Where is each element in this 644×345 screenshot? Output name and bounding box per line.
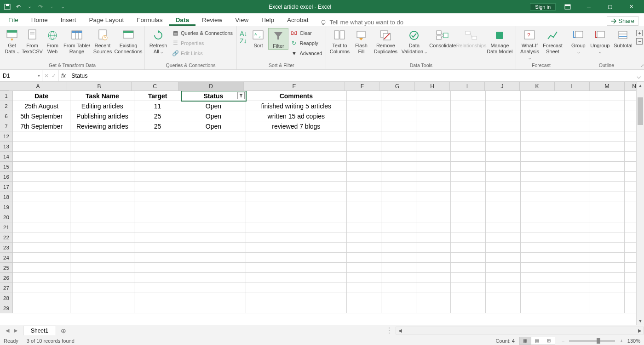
- cell[interactable]: [13, 141, 70, 152]
- cell[interactable]: [381, 162, 416, 172]
- cell[interactable]: [555, 243, 590, 253]
- cell[interactable]: [521, 192, 556, 202]
- cell[interactable]: [521, 222, 556, 232]
- cell[interactable]: [381, 273, 416, 283]
- cell[interactable]: [555, 101, 590, 111]
- normal-view-button[interactable]: ▦: [519, 337, 531, 345]
- existing-connections-button[interactable]: Existing Connections: [114, 28, 143, 55]
- cell[interactable]: [381, 202, 416, 212]
- recent-sources-button[interactable]: Recent Sources: [91, 28, 114, 55]
- cell[interactable]: [134, 202, 181, 212]
- cell[interactable]: [134, 263, 181, 273]
- cell[interactable]: [70, 273, 134, 283]
- cell[interactable]: [181, 202, 246, 212]
- cell[interactable]: [486, 232, 521, 243]
- cell[interactable]: [246, 212, 347, 222]
- cell[interactable]: [13, 152, 70, 162]
- row-header[interactable]: 25: [0, 263, 13, 273]
- cell[interactable]: [555, 182, 590, 192]
- cell[interactable]: written 15 ad copies: [246, 111, 347, 121]
- cell[interactable]: [416, 243, 451, 253]
- cell[interactable]: [521, 121, 556, 131]
- row-header[interactable]: 24: [0, 253, 13, 263]
- cell[interactable]: [181, 212, 246, 222]
- tab-help[interactable]: Help: [255, 14, 281, 26]
- cell[interactable]: [246, 192, 347, 202]
- filter-button[interactable]: Filter: [268, 28, 288, 50]
- cell[interactable]: [416, 162, 451, 172]
- cell[interactable]: [590, 232, 625, 243]
- cell[interactable]: [347, 293, 382, 303]
- row-header[interactable]: 17: [0, 182, 13, 192]
- save-icon[interactable]: [4, 3, 11, 11]
- cell[interactable]: [70, 182, 134, 192]
- cell[interactable]: [590, 172, 625, 182]
- cell[interactable]: [181, 172, 246, 182]
- cell[interactable]: [70, 202, 134, 212]
- cell[interactable]: [555, 192, 590, 202]
- cell[interactable]: Comments: [246, 91, 347, 101]
- cell[interactable]: [13, 273, 70, 283]
- cell[interactable]: [13, 202, 70, 212]
- cell[interactable]: [416, 111, 451, 121]
- cell[interactable]: [246, 152, 347, 162]
- cell[interactable]: [381, 101, 416, 111]
- cell[interactable]: [590, 273, 625, 283]
- from-web-button[interactable]: From Web: [42, 28, 63, 55]
- cell[interactable]: [381, 222, 416, 232]
- cell[interactable]: [347, 273, 382, 283]
- cell[interactable]: [486, 202, 521, 212]
- cell[interactable]: [451, 182, 486, 192]
- cell[interactable]: [347, 182, 382, 192]
- cell[interactable]: [486, 91, 521, 101]
- cell[interactable]: [486, 263, 521, 273]
- cell[interactable]: [181, 182, 246, 192]
- relationships-button[interactable]: Relationships: [457, 28, 485, 49]
- cell[interactable]: [246, 243, 347, 253]
- undo-dropdown-icon[interactable]: ⌵: [26, 3, 33, 11]
- cell[interactable]: [555, 303, 590, 313]
- cell[interactable]: [381, 263, 416, 273]
- minimize-button[interactable]: ─: [580, 0, 598, 13]
- sheet-nav-prev-icon[interactable]: ◀: [4, 327, 11, 334]
- fx-icon[interactable]: fx: [58, 70, 69, 81]
- cell[interactable]: [13, 283, 70, 293]
- cell[interactable]: 5th September: [13, 111, 70, 121]
- cell[interactable]: [521, 202, 556, 212]
- queries-connections-button[interactable]: ▤Queries & Connections: [170, 28, 235, 38]
- cell[interactable]: [555, 131, 590, 141]
- row-header[interactable]: 28: [0, 293, 13, 303]
- column-header-H[interactable]: H: [415, 82, 450, 90]
- tab-data[interactable]: Data: [169, 14, 196, 26]
- row-header[interactable]: 26: [0, 273, 13, 283]
- cell[interactable]: [134, 293, 181, 303]
- cell[interactable]: [347, 141, 382, 152]
- cell[interactable]: [381, 212, 416, 222]
- cell[interactable]: [486, 212, 521, 222]
- scroll-thumb-vertical[interactable]: [638, 97, 643, 125]
- tab-insert[interactable]: Insert: [54, 14, 83, 26]
- cell[interactable]: [451, 273, 486, 283]
- cell[interactable]: [134, 152, 181, 162]
- cell[interactable]: [590, 192, 625, 202]
- cell[interactable]: [13, 293, 70, 303]
- cell[interactable]: [347, 222, 382, 232]
- cell[interactable]: Date: [13, 91, 70, 101]
- cell[interactable]: [381, 303, 416, 313]
- cell[interactable]: [416, 131, 451, 141]
- outline-expand-icon[interactable]: ⤢: [641, 63, 644, 68]
- cell[interactable]: [486, 243, 521, 253]
- row-header[interactable]: 27: [0, 283, 13, 293]
- cell[interactable]: [416, 192, 451, 202]
- row-header[interactable]: 29: [0, 303, 13, 313]
- what-if-button[interactable]: ?What-If Analysis ⌵: [518, 28, 541, 61]
- cell[interactable]: [451, 232, 486, 243]
- cell[interactable]: reviewed 7 blogs: [246, 121, 347, 131]
- cell[interactable]: [134, 243, 181, 253]
- close-button[interactable]: ✕: [622, 0, 640, 13]
- cell[interactable]: [486, 182, 521, 192]
- row-header[interactable]: 20: [0, 212, 13, 222]
- cell[interactable]: [181, 253, 246, 263]
- cell[interactable]: [486, 162, 521, 172]
- subtotal-button[interactable]: Subtotal: [611, 28, 634, 49]
